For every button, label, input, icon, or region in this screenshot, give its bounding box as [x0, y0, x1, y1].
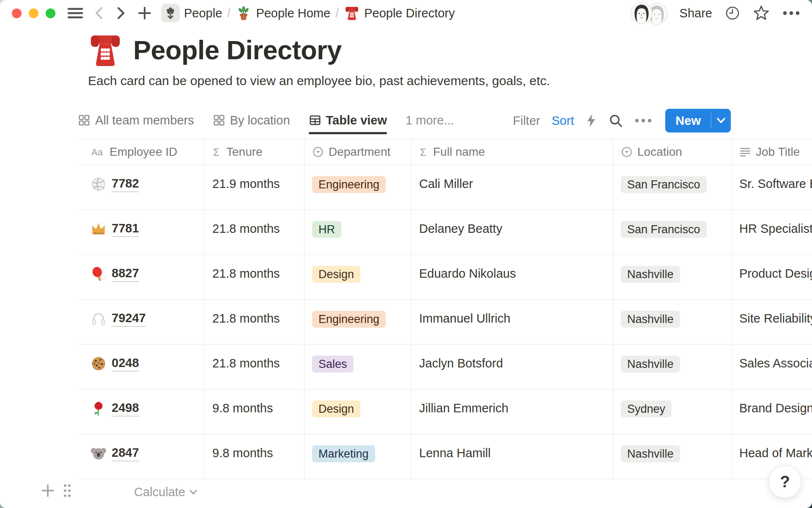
employee-id-link[interactable]: 79247	[112, 311, 146, 327]
drag-handle-icon[interactable]	[62, 483, 73, 499]
cell-location[interactable]: Nashville	[613, 255, 732, 299]
cell-location[interactable]: San Francisco	[613, 165, 732, 210]
employee-id-link[interactable]: 2847	[112, 445, 139, 461]
breadcrumb-label: People Home	[256, 6, 330, 20]
breadcrumb-item-people-directory[interactable]: People Directory	[344, 5, 455, 22]
new-button[interactable]: New	[665, 109, 711, 133]
cell-tenure[interactable]: 9.8 months	[205, 434, 304, 479]
cell-full-name[interactable]: Jaclyn Botsford	[411, 345, 613, 389]
column-header-tenure[interactable]: ΣTenure	[205, 139, 304, 165]
cell-employee-id[interactable]: 0248	[78, 345, 205, 389]
cell-employee-id[interactable]: 2847	[78, 434, 205, 479]
page-description[interactable]: Each card can be opened to view an emplo…	[88, 74, 550, 88]
forward-button[interactable]	[115, 6, 126, 20]
employee-id-link[interactable]: 7781	[112, 221, 139, 237]
cell-department[interactable]: Engineering	[304, 165, 411, 210]
cell-tenure[interactable]: 21.8 months	[205, 300, 304, 344]
column-header-location[interactable]: Location	[613, 139, 732, 165]
close-window-button[interactable]	[12, 8, 22, 18]
table-row[interactable]: 0248 21.8 months Sales Jaclyn Botsford N…	[78, 345, 812, 389]
view-settings-ellipsis-icon[interactable]	[634, 118, 652, 123]
workspace-icon-box	[161, 4, 180, 22]
cell-location[interactable]: San Francisco	[613, 210, 732, 254]
cell-department[interactable]: Sales	[304, 345, 411, 389]
cell-job-title[interactable]: Site Reliability	[732, 300, 812, 344]
table-row[interactable]: 8827 21.8 months Design Eduardo Nikolaus…	[78, 255, 812, 300]
tab-by-location[interactable]: By location	[213, 113, 290, 133]
filter-button[interactable]: Filter	[513, 114, 540, 128]
cell-full-name[interactable]: Eduardo Nikolaus	[411, 255, 613, 299]
cell-full-name[interactable]: Cali Miller	[411, 165, 613, 210]
cell-employee-id[interactable]: 7781	[78, 210, 205, 254]
sort-button[interactable]: Sort	[551, 114, 574, 128]
cell-employee-id[interactable]: 2498	[78, 389, 205, 434]
column-header-full-name[interactable]: ΣFull name	[411, 139, 613, 165]
cell-department[interactable]: HR	[304, 210, 411, 254]
add-row-plus-icon[interactable]	[41, 483, 55, 498]
employee-id-link[interactable]: 7782	[112, 176, 139, 192]
column-header-employee-id[interactable]: AaEmployee ID	[78, 139, 205, 165]
zoom-window-button[interactable]	[46, 8, 55, 18]
history-clock-icon[interactable]	[725, 6, 740, 21]
cell-location[interactable]: Nashville	[613, 434, 732, 479]
page-title[interactable]: People Directory	[133, 35, 342, 65]
minimize-window-button[interactable]	[29, 8, 38, 18]
cell-department[interactable]: Engineering	[304, 300, 411, 344]
breadcrumb-item-people[interactable]: People	[161, 4, 222, 22]
cell-full-name[interactable]: Immanuel Ullrich	[411, 300, 613, 344]
cell-department[interactable]: Marketing	[304, 434, 411, 479]
cell-department[interactable]: Design	[304, 389, 411, 434]
avatar[interactable]	[631, 2, 653, 24]
share-button[interactable]: Share	[680, 6, 712, 20]
employee-id-link[interactable]: 2498	[112, 400, 139, 417]
cell-full-name[interactable]: Delaney Beatty	[411, 210, 613, 254]
calculate-dropdown[interactable]: Calculate	[78, 485, 198, 499]
cell-tenure[interactable]: 21.8 months	[205, 345, 304, 389]
cell-tenure[interactable]: 9.8 months	[205, 389, 304, 434]
cell-employee-id[interactable]: 8827	[78, 255, 205, 299]
automation-bolt-icon[interactable]	[585, 113, 597, 128]
favorite-star-icon[interactable]	[753, 5, 770, 21]
sidebar-toggle-button[interactable]	[67, 7, 83, 19]
cell-tenure[interactable]: 21.9 months	[205, 165, 304, 210]
prop-text-icon: Aa	[91, 146, 105, 157]
table-row[interactable]: 7781 21.8 months HR Delaney Beatty San F…	[78, 210, 812, 255]
cell-job-title[interactable]: Sales Associa	[732, 345, 812, 389]
cell-full-name[interactable]: Lenna Hamill	[411, 434, 613, 479]
table-row[interactable]: 7782 21.9 months Engineering Cali Miller…	[78, 165, 812, 210]
tab-all-team-members[interactable]: All team members	[78, 113, 194, 133]
column-header-job-title[interactable]: Job Title	[732, 139, 812, 165]
help-button[interactable]: ?	[768, 465, 801, 498]
cell-location[interactable]: Nashville	[613, 300, 732, 344]
cell-location[interactable]: Nashville	[613, 345, 732, 389]
table-row[interactable]: 2847 9.8 months Marketing Lenna Hamill N…	[78, 434, 812, 479]
cell-full-name[interactable]: Jillian Emmerich	[411, 389, 613, 434]
cell-employee-id[interactable]: 79247	[78, 300, 205, 344]
app-window: People/People Home/People Directory Shar…	[0, 0, 812, 508]
back-button[interactable]	[93, 6, 104, 20]
new-button-dropdown[interactable]	[711, 109, 731, 133]
cell-location[interactable]: Sydney	[613, 389, 732, 434]
column-header-department[interactable]: Department	[304, 139, 411, 165]
more-options-icon[interactable]	[782, 11, 800, 16]
employee-id-link[interactable]: 0248	[112, 356, 139, 372]
table-row[interactable]: 2498 9.8 months Design Jillian Emmerich …	[78, 389, 812, 434]
tab-1-more[interactable]: 1 more...	[406, 113, 454, 133]
table-row[interactable]: 79247 21.8 months Engineering Immanuel U…	[78, 300, 812, 345]
cell-employee-id[interactable]: 7782	[78, 165, 205, 210]
breadcrumb-item-people-home[interactable]: People Home	[236, 5, 330, 22]
cell-tenure[interactable]: 21.8 months	[205, 210, 304, 254]
search-icon[interactable]	[609, 113, 623, 128]
cell-tenure[interactable]: 21.8 months	[205, 255, 304, 299]
cell-department[interactable]: Design	[304, 255, 411, 299]
page-icon-red-telephone[interactable]	[87, 30, 124, 69]
employee-id-link[interactable]: 8827	[112, 266, 139, 282]
cell-job-title[interactable]: Product Desig	[732, 255, 812, 299]
collaborator-avatars[interactable]	[631, 2, 666, 24]
breadcrumb-label: People	[184, 6, 222, 20]
cell-job-title[interactable]: Brand Design	[732, 389, 812, 434]
tab-table-view[interactable]: Table view	[309, 113, 387, 133]
new-tab-button[interactable]	[137, 6, 152, 20]
cell-job-title[interactable]: Sr. Software E	[732, 165, 812, 210]
cell-job-title[interactable]: HR Specialist	[732, 210, 812, 254]
